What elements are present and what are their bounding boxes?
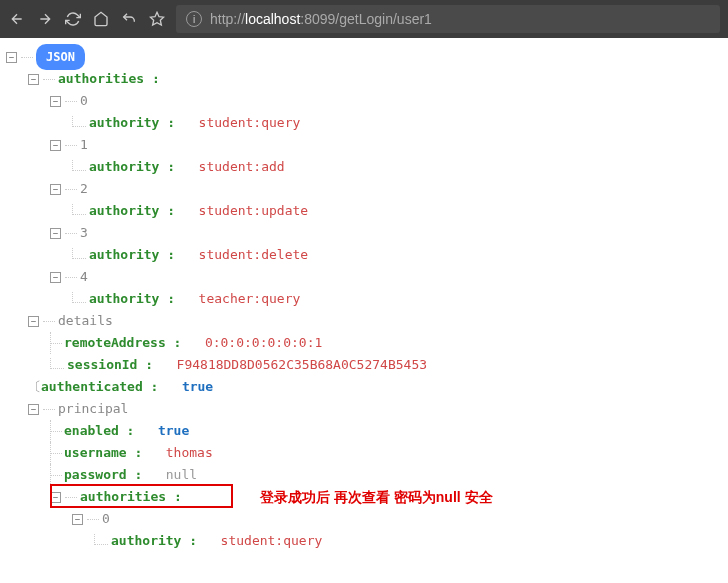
array-index: 3 xyxy=(80,222,88,244)
value: 0:0:0:0:0:0:0:1 xyxy=(205,332,322,354)
value: student:query xyxy=(221,530,323,552)
toggle-icon[interactable]: − xyxy=(50,140,61,151)
svg-marker-0 xyxy=(150,12,163,25)
browser-toolbar: i http://localhost:8099/getLogin/user1 xyxy=(0,0,728,38)
key-remote-address: remoteAddress : xyxy=(64,332,181,354)
array-index: 1 xyxy=(80,134,88,156)
value: student:delete xyxy=(199,244,309,266)
annotation-text: 登录成功后 再次查看 密码为null 安全 xyxy=(260,486,493,508)
array-index: 0 xyxy=(80,90,88,112)
key-principal: principal xyxy=(58,398,128,420)
back-icon[interactable] xyxy=(8,10,26,28)
toggle-icon[interactable]: − xyxy=(50,492,61,503)
url-text: http://localhost:8099/getLogin/user1 xyxy=(210,11,432,27)
key-authority: authority : xyxy=(89,112,175,134)
toggle-icon[interactable]: − xyxy=(50,184,61,195)
toggle-icon[interactable]: − xyxy=(28,404,39,415)
forward-icon[interactable] xyxy=(36,10,54,28)
reload-icon[interactable] xyxy=(64,10,82,28)
key-authority: authority : xyxy=(89,200,175,222)
value: true xyxy=(158,420,189,442)
json-badge: JSON xyxy=(36,44,85,70)
toggle-icon[interactable]: − xyxy=(72,514,83,525)
key-authority: authority : xyxy=(111,530,197,552)
value: student:add xyxy=(199,156,285,178)
key-authorities: authorities : xyxy=(80,486,182,508)
url-bar[interactable]: i http://localhost:8099/getLogin/user1 xyxy=(176,5,720,33)
key-details: details xyxy=(58,310,113,332)
bracket-icon: 〔 xyxy=(28,376,41,398)
toggle-icon[interactable]: − xyxy=(28,74,39,85)
toggle-icon[interactable]: − xyxy=(50,228,61,239)
json-viewer: − JSON − authorities : − 0 authority : s… xyxy=(0,38,728,560)
toggle-icon[interactable]: − xyxy=(28,316,39,327)
value: null xyxy=(166,464,197,486)
toggle-icon[interactable]: − xyxy=(50,272,61,283)
toggle-icon[interactable]: − xyxy=(6,52,17,63)
value: true xyxy=(182,376,213,398)
key-authenticated: authenticated : xyxy=(41,376,158,398)
array-index: 2 xyxy=(80,178,88,200)
info-icon[interactable]: i xyxy=(186,11,202,27)
value: teacher:query xyxy=(199,288,301,310)
value: F94818DD8D0562C35B68A0C5274B5453 xyxy=(177,354,427,376)
home-icon[interactable] xyxy=(92,10,110,28)
key-password: password : xyxy=(64,464,142,486)
value: student:query xyxy=(199,112,301,134)
array-index: 4 xyxy=(80,266,88,288)
key-authority: authority : xyxy=(89,244,175,266)
key-username: username : xyxy=(64,442,142,464)
value: thomas xyxy=(166,442,213,464)
key-authority: authority : xyxy=(89,288,175,310)
star-icon[interactable] xyxy=(148,10,166,28)
undo-icon[interactable] xyxy=(120,10,138,28)
key-authority: authority : xyxy=(89,156,175,178)
value: student:update xyxy=(199,200,309,222)
key-session-id: sessionId : xyxy=(67,354,153,376)
key-authorities: authorities : xyxy=(58,68,160,90)
toggle-icon[interactable]: − xyxy=(50,96,61,107)
array-index: 0 xyxy=(102,508,110,530)
key-enabled: enabled : xyxy=(64,420,134,442)
